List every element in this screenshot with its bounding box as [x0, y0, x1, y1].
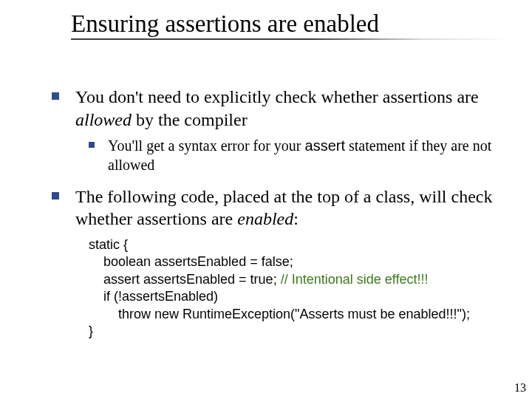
square-bullet-icon	[52, 192, 59, 200]
bullet-level2: You'll get a syntax error for your asser…	[89, 137, 510, 174]
code-line: static {	[89, 237, 128, 252]
title-block: Ensuring assertions are enabled	[71, 10, 510, 40]
bullet-text: You'll get a syntax error for your asser…	[108, 137, 510, 174]
page-number: 13	[514, 381, 526, 395]
slide: Ensuring assertions are enabled You don'…	[0, 0, 532, 399]
text-run: by the compiler	[132, 110, 248, 129]
code-line: throw new RuntimeException("Asserts must…	[89, 307, 470, 321]
text-run: :	[293, 209, 299, 228]
text-run: You don't need to explicitly check wheth…	[75, 87, 479, 106]
code-run: assert	[305, 137, 345, 154]
square-bullet-icon	[89, 142, 95, 148]
text-run: You'll get a syntax error for your	[108, 137, 305, 154]
bullet-text: The following code, placed at the top of…	[75, 185, 510, 231]
slide-title: Ensuring assertions are enabled	[71, 10, 510, 38]
code-line: }	[89, 324, 93, 338]
text-run-italic: enabled	[237, 209, 293, 228]
bullet-text: You don't need to explicitly check wheth…	[75, 86, 510, 131]
code-line: boolean assertsEnabled = false;	[89, 254, 293, 269]
text-run-italic: allowed	[75, 110, 132, 129]
code-block: static { boolean assertsEnabled = false;…	[89, 236, 510, 340]
code-line: assert assertsEnabled = true;	[89, 272, 281, 287]
bullet-level1: The following code, placed at the top of…	[52, 185, 510, 231]
slide-body: You don't need to explicitly check wheth…	[52, 86, 510, 340]
title-underline	[71, 38, 510, 40]
code-comment: // Intentional side effect!!!	[281, 272, 429, 287]
bullet-level1: You don't need to explicitly check wheth…	[52, 86, 510, 131]
code-line: if (!assertsEnabled)	[89, 289, 218, 304]
square-bullet-icon	[52, 92, 59, 100]
